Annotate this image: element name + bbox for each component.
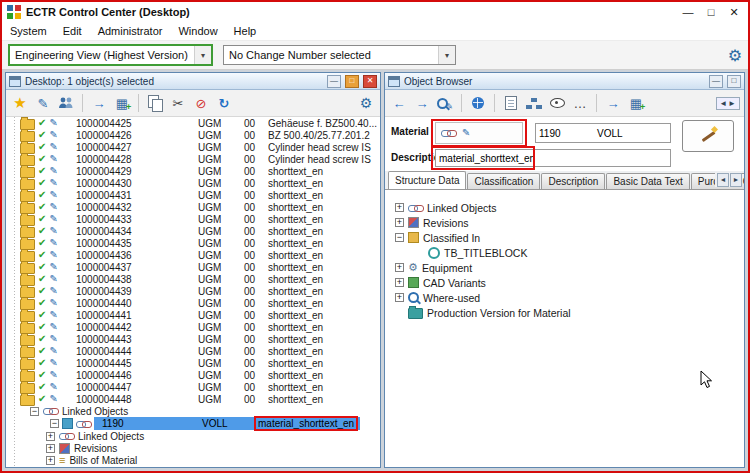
users-button[interactable] bbox=[56, 93, 76, 113]
table-row[interactable]: ✔ ✎ 1000004447 UGM 00 shorttext_en bbox=[6, 381, 380, 393]
tab[interactable]: Structure Data bbox=[388, 171, 466, 190]
add-to-table-button[interactable]: ▦ bbox=[626, 93, 646, 113]
table-row[interactable]: ✔ ✎ 1000004439 UGM 00 shorttext_en bbox=[6, 285, 380, 297]
tree-item[interactable]: − Classified In bbox=[395, 230, 744, 245]
table-row[interactable]: ✔ ✎ 1000004438 UGM 00 shorttext_en bbox=[6, 273, 380, 285]
menu-item[interactable]: System bbox=[2, 25, 55, 37]
row-description: shorttext_en bbox=[268, 214, 380, 225]
delete-button[interactable]: ⊘ bbox=[191, 93, 211, 113]
add-to-table-button[interactable]: ▦ bbox=[112, 93, 132, 113]
refresh-button[interactable]: ↻ bbox=[214, 93, 234, 113]
table-row[interactable]: ✔ ✎ 1000004430 UGM 00 shorttext_en bbox=[6, 177, 380, 189]
table-row[interactable]: ✔ ✎ 1000004445 UGM 00 shorttext_en bbox=[6, 357, 380, 369]
panel-close-button[interactable]: ✕ bbox=[363, 75, 377, 88]
edit-button[interactable]: ✎ bbox=[33, 93, 53, 113]
tree-item[interactable]: + Revisions bbox=[395, 215, 744, 230]
cut-button[interactable]: ✂ bbox=[168, 93, 188, 113]
panel-settings-gear-button[interactable]: ⚙ bbox=[356, 93, 376, 113]
expander-icon[interactable]: − bbox=[50, 419, 59, 428]
table-row[interactable]: ✔ ✎ 1000004442 UGM 00 shorttext_en bbox=[6, 321, 380, 333]
tree-item[interactable]: + ⚙ Equipment bbox=[395, 260, 744, 275]
table-row[interactable]: ✔ ✎ 1000004435 UGM 00 shorttext_en bbox=[6, 237, 380, 249]
panel-maximize-button[interactable]: □ bbox=[345, 75, 359, 88]
tab-scroll-right-icon[interactable]: ► bbox=[730, 173, 742, 187]
table-row[interactable]: ✔ ✎ 1000004437 UGM 00 shorttext_en bbox=[6, 261, 380, 273]
table-row[interactable]: ✔ ✎ 1000004441 UGM 00 shorttext_en bbox=[6, 309, 380, 321]
tree-item[interactable]: + Revisions bbox=[6, 442, 380, 454]
view-selector[interactable]: Engineering View (Highest Version) ▾ bbox=[8, 44, 213, 66]
table-row[interactable]: ✔ ✎ 1000004429 UGM 00 shorttext_en bbox=[6, 165, 380, 177]
tree-item[interactable]: Production Version for Material bbox=[395, 305, 744, 320]
table-row[interactable]: ✔ ✎ 1000004446 UGM 00 shorttext_en bbox=[6, 369, 380, 381]
maximize-button[interactable]: □ bbox=[702, 6, 720, 18]
table-row[interactable]: ✔ ✎ 1000004425 UGM 00 Gehäeuse f. BZ500.… bbox=[6, 117, 380, 129]
selection-highlight: 1190 VOLL material_shorttext_en bbox=[94, 417, 360, 430]
expander-icon[interactable]: + bbox=[395, 293, 404, 302]
portal-button[interactable] bbox=[468, 93, 488, 113]
expander-icon[interactable]: + bbox=[46, 444, 55, 453]
desktop-panel-header[interactable]: Desktop: 1 object(s) selected — □ ✕ bbox=[6, 73, 380, 90]
chevron-down-icon[interactable]: ▾ bbox=[194, 46, 211, 64]
structure-button[interactable] bbox=[524, 93, 544, 113]
tree-item[interactable]: + Where-used bbox=[395, 290, 744, 305]
expander-icon[interactable]: + bbox=[395, 278, 404, 287]
expander-icon[interactable]: − bbox=[395, 233, 404, 242]
document-button[interactable] bbox=[501, 93, 521, 113]
close-button[interactable]: ✕ bbox=[725, 6, 743, 19]
material-value-field[interactable]: 1190 VOLL bbox=[535, 123, 671, 143]
table-row[interactable]: ✔ ✎ 1000004426 UGM 00 BZ 500.40/25.77.20… bbox=[6, 129, 380, 141]
tree-item[interactable]: + CAD Variants bbox=[395, 275, 744, 290]
tree-item[interactable]: TB_TITLEBLOCK bbox=[415, 245, 744, 260]
menu-item[interactable]: Window bbox=[170, 25, 225, 37]
forward-button[interactable]: → bbox=[412, 93, 432, 113]
send-forward-button[interactable]: → bbox=[603, 93, 623, 113]
change-number-selector[interactable]: No Change Number selected ▾ bbox=[223, 45, 456, 65]
more-actions-button[interactable]: … bbox=[570, 93, 590, 113]
table-row[interactable]: ✔ ✎ 1000004448 UGM 00 shorttext_en bbox=[6, 393, 380, 405]
expander-icon[interactable]: + bbox=[395, 263, 404, 272]
table-row[interactable]: ✔ ✎ 1000004434 UGM 00 shorttext_en bbox=[6, 225, 380, 237]
menu-item[interactable]: Edit bbox=[55, 25, 90, 37]
table-row[interactable]: ✔ ✎ 1000004436 UGM 00 shorttext_en bbox=[6, 249, 380, 261]
expander-icon[interactable]: + bbox=[46, 456, 55, 465]
tab[interactable]: Description bbox=[541, 173, 605, 189]
minimize-button[interactable]: — bbox=[679, 6, 697, 18]
material-link-box[interactable]: ✎ bbox=[435, 122, 523, 144]
panel-minimize-button[interactable]: — bbox=[709, 75, 723, 88]
collapse-panel-button[interactable]: ◄► bbox=[716, 97, 740, 110]
table-row[interactable]: ✔ ✎ 1000004431 UGM 00 shorttext_en bbox=[6, 189, 380, 201]
tree-item[interactable]: + Linked Objects bbox=[395, 200, 744, 215]
copy-button[interactable] bbox=[145, 93, 165, 113]
tree-item[interactable]: + ≡ Bills of Material bbox=[6, 454, 380, 466]
menu-item[interactable]: Administrator bbox=[90, 25, 171, 37]
table-row[interactable]: ✔ ✎ 1000004433 UGM 00 shorttext_en bbox=[6, 213, 380, 225]
find-edit-button[interactable]: ✎ bbox=[435, 93, 455, 113]
magic-wand-button[interactable] bbox=[682, 120, 734, 152]
table-row[interactable]: ✔ ✎ 1000004432 UGM 00 shorttext_en bbox=[6, 201, 380, 213]
description-field[interactable]: material_shorttext_en bbox=[435, 149, 671, 167]
expander-icon[interactable]: + bbox=[395, 203, 404, 212]
back-button[interactable]: ← bbox=[389, 93, 409, 113]
panel-maximize-button[interactable]: □ bbox=[727, 75, 741, 88]
tab-scroll-left-icon[interactable]: ◄ bbox=[717, 173, 729, 187]
tab[interactable]: Basic Data Text bbox=[606, 173, 689, 189]
table-row[interactable]: ✔ ✎ 1000004440 UGM 00 shorttext_en bbox=[6, 297, 380, 309]
favorites-star-button[interactable]: ★ bbox=[10, 93, 30, 113]
panel-minimize-button[interactable]: — bbox=[327, 75, 341, 88]
chevron-down-icon[interactable]: ▾ bbox=[438, 46, 455, 64]
send-forward-button[interactable]: → bbox=[89, 93, 109, 113]
view-button[interactable] bbox=[547, 93, 567, 113]
settings-gear-icon[interactable]: ⚙ bbox=[728, 46, 742, 65]
tree-item[interactable]: + Linked Objects bbox=[6, 430, 380, 442]
expander-icon[interactable]: − bbox=[30, 407, 39, 416]
object-browser-header[interactable]: Object Browser — □ bbox=[385, 73, 744, 90]
menu-item[interactable]: Help bbox=[226, 25, 265, 37]
table-row[interactable]: ✔ ✎ 1000004443 UGM 00 shorttext_en bbox=[6, 333, 380, 345]
selected-material-row[interactable]: − 1190 VOLL material_shorttext_en bbox=[6, 417, 380, 430]
table-row[interactable]: ✔ ✎ 1000004428 UGM 00 Cylinder head scre… bbox=[6, 153, 380, 165]
expander-icon[interactable]: + bbox=[46, 432, 55, 441]
table-row[interactable]: ✔ ✎ 1000004427 UGM 00 Cylinder head scre… bbox=[6, 141, 380, 153]
expander-icon[interactable]: + bbox=[395, 218, 404, 227]
table-row[interactable]: ✔ ✎ 1000004444 UGM 00 shorttext_en bbox=[6, 345, 380, 357]
tab[interactable]: Classification bbox=[467, 173, 540, 189]
